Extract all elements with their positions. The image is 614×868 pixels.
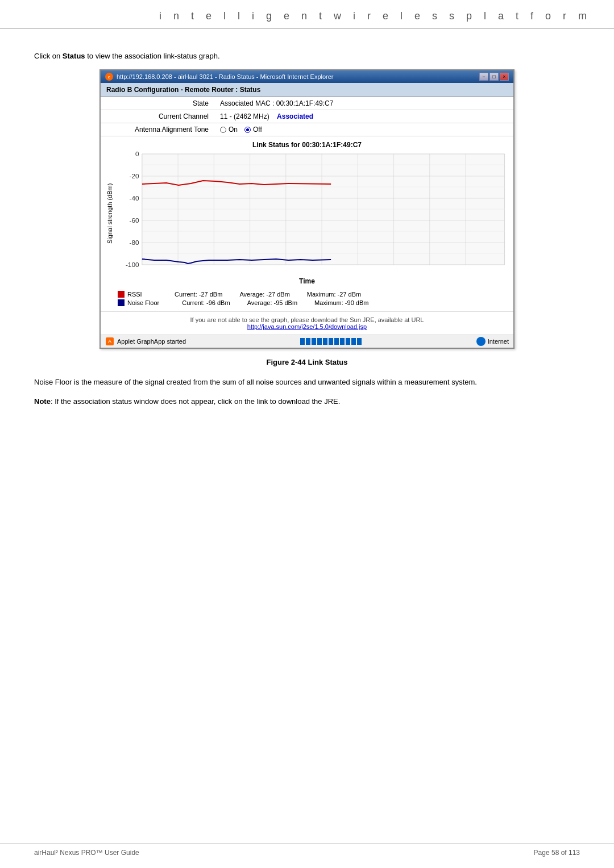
radio-off-circle[interactable] xyxy=(244,127,251,133)
legend-average-rssi: Average: -27 dBm xyxy=(239,291,289,298)
progress-block-1 xyxy=(300,338,305,345)
download-link[interactable]: http://java.sun.com/j2se/1.5.0/download.… xyxy=(247,323,367,330)
note-text: If the association status window does no… xyxy=(53,397,341,406)
statusbar-center xyxy=(300,338,362,345)
antenna-value: On Off xyxy=(214,123,513,136)
legend-name-rssi: RSSI xyxy=(127,291,142,298)
legend-name-noise: Noise Floor xyxy=(127,299,159,306)
legend-area: RSSI Current: -27 dBm Average: -27 dBm M… xyxy=(101,287,513,311)
intro-text-before: Click on xyxy=(34,52,63,60)
legend-current-rssi: Current: -27 dBm xyxy=(175,291,222,298)
statusbar-zone: Internet xyxy=(488,338,509,345)
progress-block-7 xyxy=(334,338,339,345)
svg-text:A: A xyxy=(108,339,111,344)
radio-on-circle[interactable] xyxy=(220,127,226,133)
legend-color-rssi xyxy=(118,291,125,298)
x-axis-label: Time xyxy=(106,277,508,285)
chart-title: Link Status for 00:30:1A:1F:49:C7 xyxy=(106,141,508,149)
radio-off[interactable]: Off xyxy=(244,126,262,133)
statusbar-left: A Applet GraphApp started xyxy=(105,337,186,346)
legend-average-noise: Average: -95 dBm xyxy=(247,299,297,306)
svg-text:-80: -80 xyxy=(129,239,139,246)
browser-controls: − □ × xyxy=(479,73,509,81)
browser-statusbar: A Applet GraphApp started xyxy=(101,335,513,348)
legend-maximum-noise: Maximum: -90 dBm xyxy=(314,299,368,306)
download-notice: If you are not able to see the graph, pl… xyxy=(101,311,513,335)
table-row-antenna: Antenna Alignment Tone On Off xyxy=(101,123,513,136)
page-header: i n t e l l i g e n t w i r e l e s s p … xyxy=(0,0,614,29)
svg-text:-100: -100 xyxy=(126,261,139,268)
minimize-button[interactable]: − xyxy=(479,73,488,81)
main-content: Click on Status to view the association … xyxy=(0,40,614,426)
svg-text:-20: -20 xyxy=(129,173,139,180)
globe-icon xyxy=(476,337,486,346)
progress-block-8 xyxy=(340,338,345,345)
footer-left: airHaul² Nexus PRO™ User Guide xyxy=(34,849,139,857)
intro-paragraph: Click on Status to view the association … xyxy=(34,52,580,60)
progress-block-2 xyxy=(306,338,310,345)
statusbar-applet-text: Applet GraphApp started xyxy=(117,338,186,345)
legend-maximum-rssi: Maximum: -27 dBm xyxy=(307,291,361,298)
legend-stats-noise: Current: -96 dBm Average: -95 dBm Maximu… xyxy=(182,299,496,306)
antenna-radio-group: On Off xyxy=(220,126,508,133)
legend-item-rssi: RSSI xyxy=(118,291,152,298)
note-paragraph: Note: If the association status window d… xyxy=(34,396,580,407)
browser-window: e http://192.168.0.208 - airHaul 3021 - … xyxy=(99,69,515,349)
page-footer: airHaul² Nexus PRO™ User Guide Page 58 o… xyxy=(0,844,614,857)
channel-label: Current Channel xyxy=(101,110,214,123)
progress-block-4 xyxy=(317,338,322,345)
browser-icon: e xyxy=(105,73,113,81)
legend-item-noise: Noise Floor xyxy=(118,299,159,306)
body-text: Noise Floor is the measure of the signal… xyxy=(34,377,580,388)
note-label: Note xyxy=(34,397,51,406)
browser-body: Radio B Configuration - Remote Router : … xyxy=(101,83,513,348)
restore-button[interactable]: □ xyxy=(489,73,499,81)
header-title: i n t e l l i g e n t w i r e l e s s p … xyxy=(159,10,591,22)
antenna-label: Antenna Alignment Tone xyxy=(101,123,214,136)
legend-stats-rssi: Current: -27 dBm Average: -27 dBm Maximu… xyxy=(175,291,496,298)
chart-wrapper: Signal strength (dBm) xyxy=(106,151,508,276)
statusbar-right: Internet xyxy=(476,337,509,346)
intro-bold: Status xyxy=(63,52,85,60)
progress-block-11 xyxy=(357,338,362,345)
config-table: State Associated MAC : 00:30:1A:1F:49:C7… xyxy=(101,97,513,136)
radio-on[interactable]: On xyxy=(220,126,238,133)
svg-text:-60: -60 xyxy=(129,217,139,224)
table-row-state: State Associated MAC : 00:30:1A:1F:49:C7 xyxy=(101,97,513,110)
svg-text:-40: -40 xyxy=(129,195,139,202)
progress-block-10 xyxy=(351,338,356,345)
download-line1: If you are not able to see the graph, pl… xyxy=(105,316,509,323)
associated-badge: Associated xyxy=(277,112,313,120)
channel-value: 11 - (2462 MHz) Associated xyxy=(214,110,513,123)
legend-row-rssi: RSSI Current: -27 dBm Average: -27 dBm M… xyxy=(118,291,496,298)
svg-rect-2 xyxy=(142,154,505,265)
progress-block-3 xyxy=(312,338,316,345)
chart-container: Link Status for 00:30:1A:1F:49:C7 Signal… xyxy=(101,136,513,287)
intro-text-after: to view the association link-status grap… xyxy=(85,52,220,60)
close-button[interactable]: × xyxy=(500,73,509,81)
progress-block-6 xyxy=(329,338,333,345)
legend-row-noise: Noise Floor Current: -96 dBm Average: -9… xyxy=(118,299,496,306)
progress-block-5 xyxy=(323,338,327,345)
radio-on-label: On xyxy=(229,126,238,133)
figure-caption: Figure 2-44 Link Status xyxy=(34,358,580,366)
chart-area: 0 -20 -40 -60 xyxy=(118,151,508,276)
y-axis-label: Signal strength (dBm) xyxy=(106,151,118,276)
progress-block-9 xyxy=(346,338,350,345)
state-label: State xyxy=(101,97,214,110)
legend-color-noise xyxy=(118,299,125,306)
radio-config-header: Radio B Configuration - Remote Router : … xyxy=(101,83,513,97)
browser-titlebar: e http://192.168.0.208 - airHaul 3021 - … xyxy=(101,70,513,83)
browser-titlebar-left: e http://192.168.0.208 - airHaul 3021 - … xyxy=(105,73,334,81)
browser-title: http://192.168.0.208 - airHaul 3021 - Ra… xyxy=(117,73,334,80)
legend-current-noise: Current: -96 dBm xyxy=(182,299,230,306)
channel-freq: 11 - (2462 MHz) xyxy=(220,112,275,120)
radio-off-label: Off xyxy=(253,126,262,133)
footer-right: Page 58 of 113 xyxy=(534,849,580,857)
table-row-channel: Current Channel 11 - (2462 MHz) Associat… xyxy=(101,110,513,123)
progress-bar xyxy=(300,338,362,345)
state-value: Associated MAC : 00:30:1A:1F:49:C7 xyxy=(214,97,513,110)
svg-text:0: 0 xyxy=(135,151,139,157)
chart-svg: 0 -20 -40 -60 xyxy=(118,151,508,276)
applet-icon: A xyxy=(105,337,114,346)
